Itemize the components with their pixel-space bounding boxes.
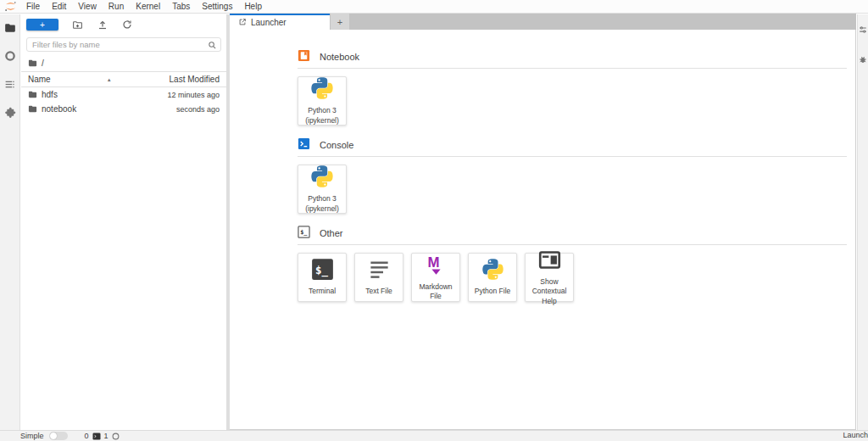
menu-file[interactable]: File	[20, 0, 46, 13]
tab-launcher[interactable]: Launcher	[230, 14, 330, 30]
column-name[interactable]: Name	[28, 75, 51, 84]
launcher-card-notebook-python3[interactable]: Python 3 (ipykernel)	[298, 76, 347, 126]
current-activity-label: Launcher	[843, 431, 868, 439]
card-label: Terminal	[309, 287, 336, 296]
notebook-icon	[298, 49, 310, 65]
contextual-help-icon	[538, 248, 561, 275]
file-filter	[26, 36, 221, 52]
svg-text:$_: $_	[315, 265, 328, 277]
card-label: Python 3 (ipykernel)	[301, 194, 343, 213]
file-name: notebook	[42, 104, 76, 114]
card-label: Show Contextual Help	[528, 277, 570, 305]
toggle-knob	[50, 433, 57, 439]
card-label: Python 3 (ipykernel)	[301, 106, 343, 125]
menu-settings[interactable]: Settings	[196, 0, 238, 13]
text-file-icon	[368, 258, 391, 284]
jupyter-logo-icon	[0, 1, 20, 12]
file-browser-panel: +	[21, 14, 226, 430]
file-name: hdfs	[42, 90, 58, 99]
menu-run[interactable]: Run	[103, 0, 130, 13]
launcher-card-console-python3[interactable]: Python 3 (ipykernel)	[298, 165, 347, 214]
breadcrumb[interactable]: /	[21, 55, 226, 71]
section-divider	[298, 156, 847, 157]
file-browser-icon[interactable]	[3, 21, 17, 35]
launcher-card-python-file[interactable]: Python File	[468, 253, 517, 302]
file-modified: 12 minutes ago	[167, 91, 220, 99]
new-tab-button[interactable]: +	[331, 14, 349, 30]
new-launcher-button[interactable]: +	[26, 19, 58, 31]
left-sidebar	[0, 14, 20, 430]
section-title: Other	[320, 228, 343, 238]
running-sessions-icon[interactable]	[3, 49, 17, 63]
kernel-status-icon	[112, 433, 120, 440]
debugger-icon[interactable]	[859, 52, 867, 67]
tab-label: Launcher	[251, 18, 287, 27]
file-modified: seconds ago	[176, 105, 220, 114]
launcher-panel: Notebook Python 3 (ipykernel)	[230, 30, 856, 430]
right-sidebar	[857, 14, 868, 430]
launcher-card-terminal[interactable]: $_ Terminal	[298, 253, 347, 302]
file-row-notebook[interactable]: notebook seconds ago	[21, 102, 226, 116]
listing-header: Name ▲ Last Modified	[21, 71, 226, 87]
search-icon	[208, 38, 217, 53]
file-browser-toolbar: +	[21, 14, 226, 34]
kernels-count: 1	[104, 432, 108, 440]
section-title: Console	[320, 140, 353, 150]
section-notebook: Notebook	[298, 50, 847, 64]
running-sessions-status[interactable]: 0 1	[85, 432, 120, 440]
terminal-icon: $_	[298, 226, 310, 242]
card-label: Markdown File	[415, 282, 457, 301]
column-last-modified[interactable]: Last Modified	[170, 75, 220, 84]
python-logo-icon	[481, 258, 504, 284]
main-dock-panel: Launcher + Notebook	[230, 14, 856, 430]
new-folder-icon[interactable]	[72, 20, 83, 31]
menu-view[interactable]: View	[72, 0, 103, 13]
menu-help[interactable]: Help	[238, 0, 268, 13]
menu-kernel[interactable]: Kernel	[130, 0, 166, 13]
menu-tabs[interactable]: Tabs	[166, 0, 196, 13]
section-divider	[298, 244, 847, 245]
jupyterlab-app: File Edit View Run Kernel Tabs Settings …	[0, 0, 868, 441]
simple-mode-label: Simple	[20, 432, 44, 440]
menu-bar: File Edit View Run Kernel Tabs Settings …	[0, 0, 868, 14]
sort-ascending-icon[interactable]: ▲	[107, 77, 112, 82]
section-title: Notebook	[320, 52, 359, 62]
svg-text:$_: $_	[300, 229, 308, 236]
extension-manager-icon[interactable]	[3, 105, 17, 119]
card-label: Python File	[475, 287, 511, 296]
python-logo-icon	[310, 76, 334, 103]
svg-text:M: M	[427, 254, 439, 271]
terminals-count: 0	[85, 432, 89, 440]
file-filter-input[interactable]	[26, 37, 221, 52]
section-console: Console	[298, 138, 847, 152]
file-row-hdfs[interactable]: hdfs 12 minutes ago	[21, 87, 226, 102]
launcher-card-text-file[interactable]: Text File	[354, 253, 403, 302]
status-bar: Simple 0 1 Launcher	[0, 430, 868, 441]
refresh-icon[interactable]	[121, 20, 132, 31]
terminal-status-icon	[92, 433, 101, 440]
breadcrumb-root[interactable]: /	[42, 59, 44, 68]
table-of-contents-icon[interactable]	[3, 77, 17, 91]
tab-bar: Launcher +	[230, 14, 856, 30]
markdown-icon: M	[425, 254, 448, 280]
menu-edit[interactable]: Edit	[46, 0, 72, 13]
terminal-icon: $_	[311, 258, 334, 284]
launcher-card-markdown-file[interactable]: M Markdown File	[411, 253, 460, 302]
console-icon	[298, 137, 310, 154]
python-logo-icon	[310, 165, 334, 192]
launcher-card-contextual-help[interactable]: Show Contextual Help	[525, 253, 574, 302]
launcher-tab-icon	[238, 18, 247, 28]
property-inspector-icon[interactable]	[859, 22, 867, 37]
simple-mode-toggle[interactable]	[49, 432, 68, 440]
section-divider	[298, 68, 847, 69]
section-other: $_ Other	[298, 226, 847, 240]
upload-icon[interactable]	[97, 20, 108, 31]
card-label: Text File	[365, 287, 392, 296]
